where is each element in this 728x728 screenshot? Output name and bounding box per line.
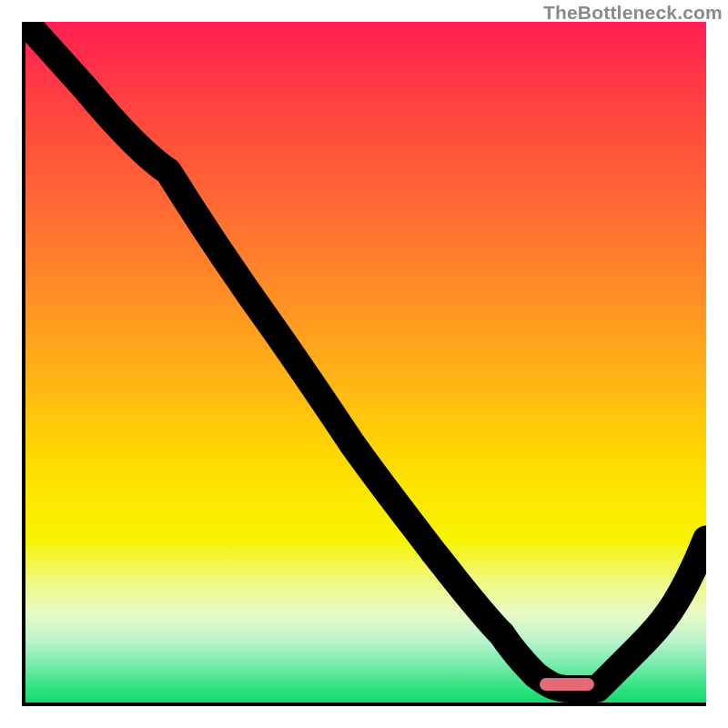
curve-path — [25, 22, 706, 689]
optimal-range-marker — [540, 678, 594, 691]
bottleneck-curve — [25, 22, 706, 703]
watermark-text: TheBottleneck.com — [543, 2, 723, 24]
chart-wrapper: TheBottleneck.com — [0, 0, 728, 728]
plot-area — [22, 22, 706, 706]
